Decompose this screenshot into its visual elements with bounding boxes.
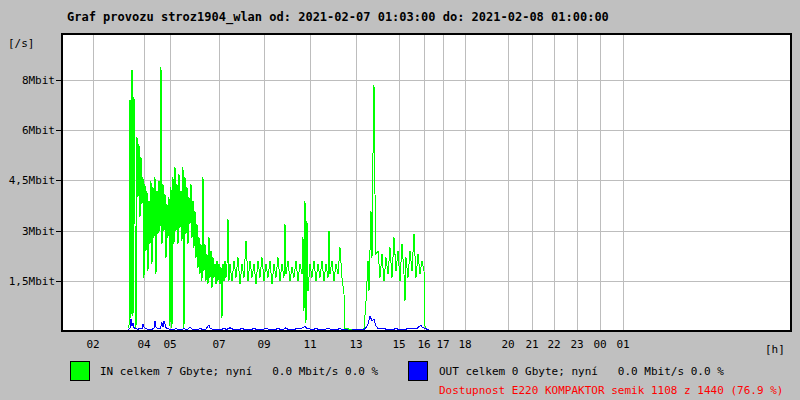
x-tick-label-01: 01 [616, 338, 629, 351]
x-tick-label-22: 22 [547, 338, 560, 351]
availability-note: Dostupnost E220 KOMPAKTOR semik 1108 z 1… [439, 384, 783, 397]
x-tick-label-00: 00 [593, 338, 606, 351]
x-tick-label-04: 04 [137, 338, 151, 351]
x-tick-label-15: 15 [392, 338, 405, 351]
traffic-chart: 8Mbit6Mbit4,5Mbit3Mbit1,5Mbit02040507091… [0, 0, 800, 400]
graph-title: Graf provozu stroz1904_wlan od: 2021-02-… [67, 10, 609, 24]
x-tick-label-11: 11 [303, 338, 316, 351]
x-tick-label-13: 13 [349, 338, 362, 351]
x-tick-label-18: 18 [458, 338, 471, 351]
mrtg-traffic-page: 8Mbit6Mbit4,5Mbit3Mbit1,5Mbit02040507091… [0, 0, 800, 400]
x-tick-label-21: 21 [525, 338, 538, 351]
x-tick-label-17: 17 [436, 338, 449, 351]
in-legend-label: IN celkem 7 Gbyte; nyní 0.0 Mbit/s 0.0 % [100, 365, 378, 378]
x-tick-label-02: 02 [86, 338, 99, 351]
y-tick-label-6Mbit: 6Mbit [22, 124, 55, 137]
x-axis-unit-label: [h] [765, 343, 785, 356]
x-tick-label-23: 23 [570, 338, 583, 351]
y-tick-label-1,5Mbit: 1,5Mbit [9, 275, 55, 288]
x-tick-label-20: 20 [501, 338, 514, 351]
y-axis-unit-label: [/s] [8, 37, 35, 50]
x-tick-label-09: 09 [257, 338, 270, 351]
y-tick-label-8Mbit: 8Mbit [22, 74, 55, 87]
out-legend-swatch [408, 361, 428, 381]
x-tick-label-16: 16 [417, 338, 430, 351]
y-tick-label-4,5Mbit: 4,5Mbit [9, 174, 55, 187]
x-tick-label-05: 05 [163, 338, 176, 351]
y-tick-label-3Mbit: 3Mbit [22, 225, 55, 238]
x-tick-label-07: 07 [212, 338, 225, 351]
in-legend-swatch [70, 361, 90, 381]
out-legend-label: OUT celkem 0 Gbyte; nyní 0.0 Mbit/s 0.0 … [439, 365, 724, 378]
